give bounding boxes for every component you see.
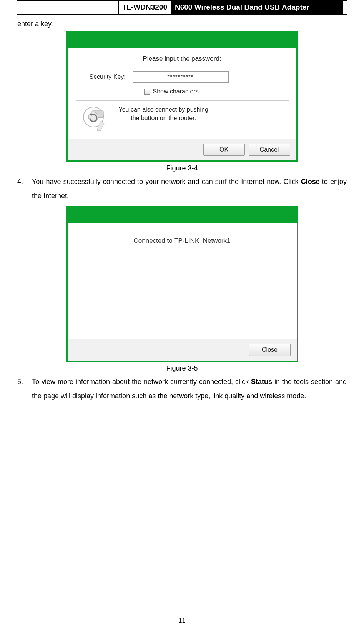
ok-button[interactable]: OK: [203, 144, 245, 156]
intro-fragment: enter a key.: [17, 20, 347, 28]
product-name: N600 Wireless Dual Band USB Adapter: [171, 1, 343, 14]
connected-status-text: Connected to TP-LINK_Network1: [134, 237, 231, 244]
header-end: [343, 1, 347, 14]
step-5-text: To view more information about the netwo…: [32, 375, 347, 403]
security-key-label: Security Key:: [79, 73, 133, 80]
cancel-button[interactable]: Cancel: [249, 144, 290, 156]
page-number: 11: [0, 617, 364, 624]
security-key-input[interactable]: **********: [133, 71, 229, 83]
step-4-text: You have successfully connected to your …: [32, 175, 347, 203]
page-header: TL-WDN3200 N600 Wireless Dual Band USB A…: [17, 0, 347, 15]
wps-push-text: You can also connect by pushing the butt…: [119, 105, 208, 122]
show-characters-label: Show characters: [153, 88, 199, 95]
show-characters-checkbox[interactable]: [144, 89, 150, 95]
step-4-number: 4.: [17, 175, 25, 203]
figure-3-4-caption: Figure 3-4: [17, 164, 347, 172]
divider: [76, 100, 289, 101]
step-5: 5. To view more information about the ne…: [17, 375, 347, 403]
figure-3-5-caption: Figure 3-5: [17, 364, 347, 372]
wps-push-icon: [79, 105, 113, 132]
dialog-prompt: Please input the password:: [79, 55, 286, 63]
connected-dialog: Connected to TP-LINK_Network1 Close: [66, 206, 298, 362]
header-spacer: [17, 1, 119, 14]
password-dialog: Please input the password: Security Key:…: [66, 31, 298, 162]
close-button[interactable]: Close: [249, 344, 291, 356]
step-5-number: 5.: [17, 375, 25, 403]
step-4: 4. You have successfully connected to yo…: [17, 175, 347, 203]
model-number: TL-WDN3200: [119, 1, 171, 14]
